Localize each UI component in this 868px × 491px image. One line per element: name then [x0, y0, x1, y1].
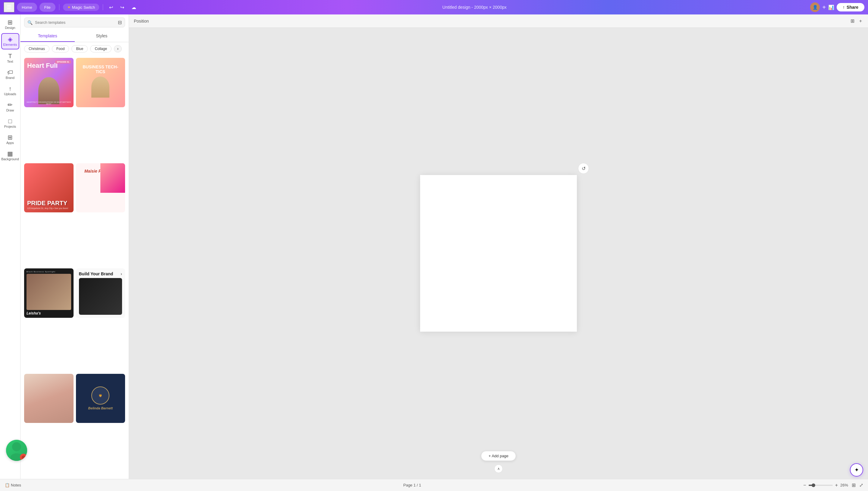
brand-spotlight-image	[27, 274, 71, 310]
grid-view-button[interactable]: ⊞	[849, 17, 856, 25]
chip-collage[interactable]: Collage	[90, 45, 112, 52]
template-card-brand-spotlight[interactable]: Black Business Spotlight Leisha's	[24, 268, 74, 318]
redo-button[interactable]: ↪	[118, 3, 127, 11]
analytics-button[interactable]: 📊	[828, 4, 834, 10]
business-person	[91, 77, 109, 97]
share-icon: ↑	[843, 5, 845, 10]
filter-button[interactable]: ⊟	[118, 20, 122, 25]
sidebar-item-label: Text	[7, 60, 13, 63]
search-input[interactable]	[35, 20, 115, 25]
grid-button[interactable]: ⊞	[852, 482, 856, 488]
search-bar: 🔍 ⊟	[24, 18, 125, 27]
topbar-divider2	[103, 4, 103, 10]
zoom-out-button[interactable]: −	[803, 483, 806, 488]
template-card-build-brand[interactable]: Build Your Brand ›	[76, 268, 125, 318]
search-icon: 🔍	[27, 20, 32, 25]
draw-icon: ✏	[7, 102, 13, 108]
sidebar-item-uploads[interactable]: ↑ Uploads	[1, 83, 19, 98]
pride-title: PRIDE PARTY	[27, 200, 71, 206]
canvas-page[interactable]	[420, 175, 577, 331]
add-page-button[interactable]: + Add page	[481, 451, 516, 461]
build-brand-image	[79, 278, 122, 315]
hide-panels-button[interactable]: ∧	[494, 464, 503, 473]
notes-button[interactable]: 📋 Notes	[5, 483, 21, 487]
cloud-button[interactable]: ☁	[129, 3, 139, 11]
main-layout: ⊞ Design ◈ Elements T Text 🏷 Brand ↑ Upl…	[0, 15, 868, 479]
fullscreen-button[interactable]: ⤢	[859, 482, 863, 488]
chip-blue[interactable]: Blue	[72, 45, 88, 52]
brand-icon: 🏷	[7, 69, 13, 75]
sidebar-item-design[interactable]: ⊞ Design	[1, 17, 19, 32]
business-title: BUSINESS TECH-TICS	[79, 65, 122, 74]
chip-more[interactable]: ›	[114, 45, 122, 52]
sidebar-item-text[interactable]: T Text	[1, 51, 19, 66]
sidebar-item-background[interactable]: ▦ Background	[1, 148, 19, 163]
template-card-maisie[interactable]: Maisie Parkston	[76, 163, 125, 213]
zoom-slider-thumb[interactable]	[812, 484, 815, 487]
zoom-value[interactable]: 26%	[840, 483, 848, 487]
filter-chips: Christmas Food Blue Collage ›	[21, 42, 129, 55]
canvas-tools: ⊞ +	[849, 17, 863, 25]
share-button[interactable]: ↑ Share	[837, 3, 864, 11]
heartfull-person	[27, 69, 71, 104]
sidebar-item-draw[interactable]: ✏ Draw	[1, 99, 19, 114]
add-canvas-button[interactable]: +	[858, 17, 863, 25]
magic-switch-button[interactable]: ✦ Magic Switch	[63, 4, 100, 11]
magic-button[interactable]: ✦	[850, 463, 863, 476]
undo-button[interactable]: ↩	[107, 3, 115, 11]
sidebar-item-elements[interactable]: ◈ Elements	[1, 33, 19, 49]
sidebar-item-label: Draw	[6, 109, 14, 112]
nails-image	[24, 374, 74, 423]
background-icon: ▦	[7, 151, 13, 156]
uploads-icon: ↑	[9, 86, 12, 92]
user-avatar-overlay[interactable]	[6, 440, 27, 461]
notes-label: Notes	[11, 483, 21, 487]
zoom-in-button[interactable]: +	[835, 483, 838, 488]
magic-switch-label: Magic Switch	[72, 5, 95, 10]
menu-icon[interactable]: ☰	[4, 2, 15, 12]
heartfull-subtitle: HEARTFELT CONVERSATIONS ON WHAT MATTERS …	[24, 101, 74, 105]
template-card-belinda[interactable]: 🦁 Belinda Barnett	[76, 374, 125, 423]
topbar-divider	[59, 4, 59, 10]
templates-grid: EPISODE 01 Heart Full HEARTFELT CONVERSA…	[21, 55, 129, 479]
template-card-nails[interactable]	[24, 374, 74, 423]
text-icon: T	[8, 53, 12, 59]
chip-food[interactable]: Food	[52, 45, 69, 52]
avatar-circle	[12, 442, 21, 451]
sidebar-item-brand[interactable]: 🏷 Brand	[1, 67, 19, 82]
elements-icon: ◈	[8, 36, 12, 42]
maisie-img-block	[101, 163, 125, 193]
brand-spotlight-label: Black Business Spotlight	[27, 271, 71, 272]
user-avatar[interactable]: 👤	[810, 2, 820, 12]
sidebar-item-label: Uploads	[4, 92, 16, 96]
template-card-pride[interactable]: PRIDE PARTY 123 Anywhere St., Any City •…	[24, 163, 74, 213]
notification-badge-inner	[22, 456, 25, 459]
sidebar-item-apps[interactable]: ⊞ Apps	[1, 132, 19, 147]
tab-styles[interactable]: Styles	[75, 30, 129, 42]
sidebar-item-label: Design	[5, 26, 15, 30]
sidebar-item-label: Background	[1, 157, 19, 161]
projects-icon: □	[8, 118, 12, 124]
chip-christmas[interactable]: Christmas	[24, 45, 50, 52]
share-label: Share	[847, 5, 858, 10]
template-card-heartfull[interactable]: EPISODE 01 Heart Full HEARTFELT CONVERSA…	[24, 58, 74, 107]
left-panel: 🔍 ⊟ Templates Styles Christmas Food Blue…	[21, 15, 129, 479]
home-button[interactable]: Home	[17, 3, 37, 12]
canvas-refresh-button[interactable]: ↺	[578, 163, 589, 174]
file-button[interactable]: File	[39, 3, 55, 12]
page-indicator: Page 1 / 1	[403, 483, 421, 487]
zoom-slider-track[interactable]	[809, 485, 833, 486]
document-title: Untitled design - 2000px × 2000px	[443, 5, 507, 10]
build-brand-title: Build Your Brand	[79, 271, 122, 276]
template-card-business[interactable]: BUSINESS TECH-TICS	[76, 58, 125, 107]
episode-badge: EPISODE 01	[55, 60, 71, 63]
canvas-wrapper: ↺	[129, 28, 868, 479]
topbar-right: 👤 + 📊 ↑ Share	[810, 2, 864, 12]
tab-templates[interactable]: Templates	[21, 30, 75, 42]
build-brand-arrow: ›	[120, 271, 122, 276]
add-collaborator-button[interactable]: +	[822, 4, 826, 11]
position-label: Position	[134, 19, 149, 24]
design-icon: ⊞	[7, 19, 13, 25]
sidebar-item-projects[interactable]: □ Projects	[1, 116, 19, 131]
sidebar-item-label: Brand	[6, 76, 15, 80]
